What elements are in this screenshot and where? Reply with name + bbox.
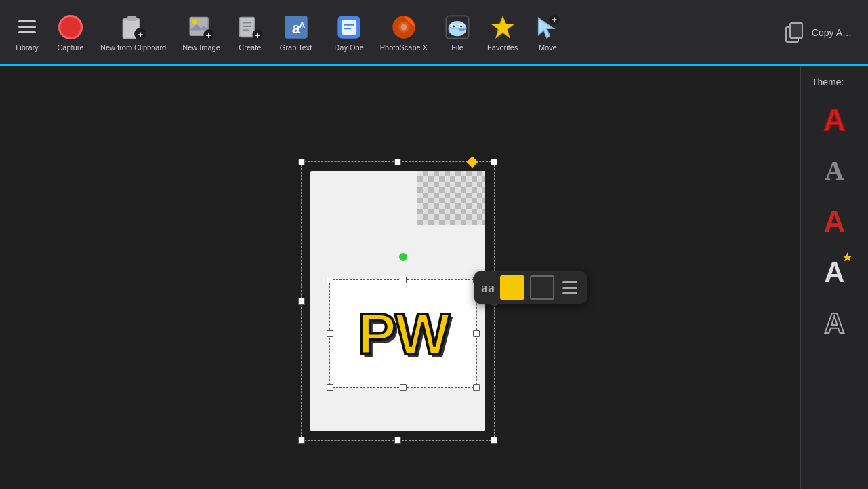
capture-label: Capture (57, 43, 83, 52)
handle-text-mr[interactable] (473, 330, 480, 337)
handle-outer-tr[interactable] (491, 159, 497, 165)
new-clipboard-icon: + (120, 14, 147, 41)
toolbar-item-file[interactable]: File (436, 2, 479, 63)
copy-label: Copy A… (812, 27, 852, 38)
new-image-label: New Image (182, 43, 220, 52)
handle-text-tl[interactable] (327, 277, 333, 283)
svg-rect-19 (342, 19, 356, 34)
toolbar-item-favorites[interactable]: Favorites (479, 2, 526, 63)
photoscape-icon (390, 14, 417, 41)
toolbar-item-capture[interactable]: Capture (49, 2, 92, 63)
toolbar-item-grab-text[interactable]: a A Grab Text (272, 2, 321, 63)
theme-3-preview: A (824, 205, 846, 239)
move-label: Move (539, 43, 557, 52)
library-label: Library (16, 43, 39, 52)
toolbar-item-new-image[interactable]: + New Image (174, 2, 228, 63)
toolbar: Library Capture + New from Clipboard (0, 0, 868, 66)
svg-point-30 (460, 25, 462, 27)
pw-text-element[interactable]: PW (329, 279, 477, 388)
svg-text:+: + (206, 28, 212, 40)
transparent-area (417, 171, 485, 225)
separator-1 (323, 12, 323, 53)
svg-text:+: + (552, 14, 557, 25)
floating-toolbar: aa (474, 271, 587, 304)
svg-text:+: + (137, 28, 143, 39)
svg-marker-31 (491, 16, 514, 37)
theme-4-preview: A★ (824, 256, 844, 289)
grab-text-icon: a A (283, 14, 310, 41)
float-color-dark[interactable] (530, 275, 554, 300)
new-image-icon: + (188, 14, 215, 41)
handle-text-bl[interactable] (327, 384, 333, 391)
file-label: File (451, 43, 463, 52)
move-icon: + (534, 14, 561, 41)
handle-outer-ml[interactable] (298, 298, 305, 305)
favorites-label: Favorites (487, 43, 518, 52)
create-label: Create (239, 43, 261, 52)
toolbar-item-move[interactable]: + Move (526, 2, 569, 63)
handle-rotate[interactable] (399, 253, 407, 261)
theme-1-preview: A (824, 103, 846, 137)
canvas-area: PW aa (0, 66, 800, 489)
svg-rect-36 (790, 23, 802, 38)
capture-icon (57, 14, 84, 41)
handle-outer-bl[interactable] (298, 437, 305, 444)
toolbar-item-photoscape[interactable]: PhotoScape X (372, 2, 436, 63)
theme-item-5[interactable]: A (811, 305, 859, 342)
theme-item-1[interactable]: A (811, 101, 859, 138)
handle-outer-bm[interactable] (394, 437, 401, 444)
svg-rect-21 (344, 28, 351, 29)
photoscape-label: PhotoScape X (380, 43, 428, 52)
handle-diamond[interactable] (467, 157, 478, 168)
svg-rect-20 (344, 24, 354, 25)
favorites-icon (489, 14, 516, 41)
file-icon (444, 14, 471, 41)
toolbar-item-library[interactable]: Library (5, 2, 49, 63)
svg-text:+: + (254, 28, 260, 40)
toolbar-item-new-from-clipboard[interactable]: + New from Clipboard (92, 2, 174, 63)
toolbar-item-day-one[interactable]: Day One (326, 2, 371, 63)
copy-icon (785, 22, 806, 43)
handle-text-tm[interactable] (400, 277, 407, 283)
float-aa-label: aa (481, 280, 495, 296)
float-color-yellow[interactable] (500, 275, 524, 300)
handle-text-br[interactable] (473, 384, 480, 391)
svg-rect-1 (127, 16, 136, 21)
float-lines-button[interactable] (560, 279, 580, 297)
page-canvas: PW (310, 171, 485, 431)
grab-text-label: Grab Text (280, 43, 312, 52)
theme-5-preview: A (824, 307, 844, 340)
handle-text-ml[interactable] (327, 330, 333, 337)
theme-2-preview: A (825, 155, 844, 187)
toolbar-item-create[interactable]: + Create (228, 2, 272, 63)
copy-button[interactable]: Copy A… (774, 2, 863, 63)
theme-item-3[interactable]: A (811, 203, 859, 240)
svg-point-6 (192, 19, 197, 24)
canvas-document[interactable]: PW (305, 165, 491, 437)
float-text-sample: aa (481, 280, 495, 296)
day-one-label: Day One (334, 43, 363, 52)
theme-item-2[interactable]: A (811, 152, 859, 189)
create-icon: + (236, 14, 264, 41)
day-one-icon (335, 14, 363, 41)
hamburger-icon (14, 14, 41, 41)
handle-outer-br[interactable] (491, 437, 497, 444)
handle-outer-tl[interactable] (298, 159, 305, 165)
pw-text-content: PW (330, 280, 476, 387)
handle-outer-tm[interactable] (394, 159, 401, 165)
right-panel: Theme: A A A A★ A (800, 66, 868, 489)
svg-text:A: A (299, 20, 306, 31)
theme-label: Theme: (801, 77, 868, 87)
theme-item-4[interactable]: A★ (811, 254, 859, 291)
handle-text-bm[interactable] (400, 384, 407, 391)
svg-point-24 (400, 24, 407, 30)
svg-point-28 (453, 25, 455, 27)
new-from-clipboard-label: New from Clipboard (100, 43, 166, 52)
theme-4-star: ★ (842, 251, 852, 264)
